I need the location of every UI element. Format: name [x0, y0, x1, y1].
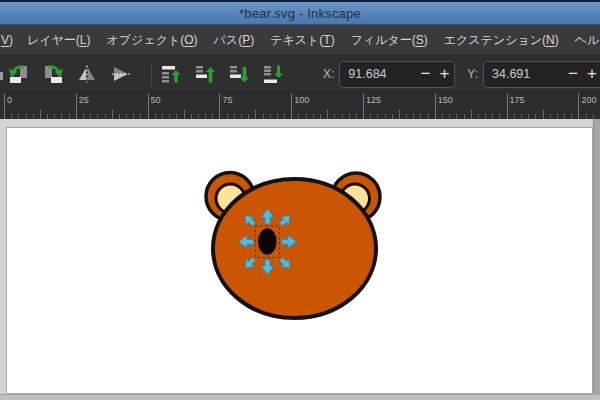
menu-item-6[interactable]: エクステンション(N): [436, 32, 567, 49]
ruler-tick: [148, 93, 149, 119]
bear-eye[interactable]: [258, 228, 277, 254]
flip-vertical-icon: [110, 63, 132, 85]
rotate-cw-icon: [42, 63, 64, 85]
ruler-tick: [255, 110, 256, 119]
ruler-tick: [4, 93, 5, 119]
lower-to-bottom-icon: [261, 63, 283, 85]
partial-icon: [0, 72, 3, 80]
ruler-number: 125: [366, 95, 381, 105]
raise-to-top-button[interactable]: [159, 63, 181, 85]
raise-button[interactable]: [193, 63, 215, 85]
rotate-ccw-button[interactable]: [8, 63, 30, 85]
ruler-tick: [543, 110, 544, 119]
ruler-number: 200: [581, 95, 596, 105]
menu-item-5[interactable]: フィルター(S): [343, 32, 436, 49]
menu-item-2[interactable]: オブジェクト(O): [99, 32, 206, 49]
y-coordinate-field[interactable]: 34.691 − +: [483, 61, 600, 88]
menu-item-clipped[interactable]: V): [0, 33, 19, 47]
raise-icon: [193, 63, 215, 85]
title-bar[interactable]: *bear.svg - Inkscape: [0, 2, 600, 25]
ruler-tick: [471, 110, 472, 119]
window-title: *bear.svg - Inkscape: [239, 6, 361, 21]
ruler-number: 0: [7, 95, 12, 105]
bear-drawing: [0, 119, 600, 400]
ruler-number: 100: [294, 95, 309, 105]
lower-icon: [227, 63, 249, 85]
ruler-tick: [112, 110, 113, 119]
ruler-tick: [291, 93, 292, 119]
flip-horizontal-button[interactable]: [76, 63, 98, 85]
ruler-number: 75: [222, 95, 232, 105]
ruler-tick: [76, 93, 77, 119]
rotate-ccw-icon: [8, 63, 30, 85]
y-coordinate-label: Y:: [467, 67, 478, 81]
flip-horizontal-icon: [76, 63, 98, 85]
x-decrement-button[interactable]: −: [420, 62, 430, 86]
x-coordinate-value: 91.684: [348, 62, 386, 87]
x-coordinate-field[interactable]: 91.684 − +: [339, 61, 455, 88]
ruler-number: 25: [79, 95, 89, 105]
x-coordinate-label: X:: [323, 67, 334, 81]
ruler-tick: [184, 110, 185, 119]
x-increment-button[interactable]: +: [439, 62, 449, 86]
menu-item-1[interactable]: レイヤー(L): [19, 32, 99, 49]
rotate-cw-button[interactable]: [42, 63, 64, 85]
menu-bar: V) レイヤー(L)オブジェクト(O)パス(P)テキスト(T)フィルター(S)エ…: [0, 25, 600, 55]
ruler-tick: [435, 93, 436, 119]
menu-item-3[interactable]: パス(P): [206, 32, 263, 49]
ruler-tick: [578, 93, 579, 119]
bear-head[interactable]: [213, 179, 376, 318]
raise-to-top-icon: [159, 63, 181, 85]
ruler-tick: [363, 93, 364, 119]
ruler-tick: [507, 93, 508, 119]
ruler-number: 175: [510, 95, 525, 105]
ruler-tick: [219, 93, 220, 119]
ruler-number: 50: [151, 95, 161, 105]
lower-button[interactable]: [227, 63, 249, 85]
flip-vertical-button[interactable]: [110, 63, 132, 85]
selection-toolbar: X: 91.684 − + Y: 34.691 − +: [0, 55, 600, 92]
ruler-tick: [399, 110, 400, 119]
menubar-items: レイヤー(L)オブジェクト(O)パス(P)テキスト(T)フィルター(S)エクステ…: [19, 32, 600, 49]
toolbar-separator: [151, 62, 152, 86]
lower-to-bottom-button[interactable]: [261, 63, 283, 85]
y-increment-button[interactable]: +: [587, 62, 597, 86]
ruler-tick: [40, 110, 41, 119]
horizontal-ruler[interactable]: 0255075100125150175200: [0, 92, 600, 119]
vertical-scrollbar[interactable]: [593, 119, 600, 400]
ruler-tick: [327, 110, 328, 119]
y-decrement-button[interactable]: −: [568, 62, 578, 86]
menu-item-7[interactable]: ヘルプ(H): [567, 32, 600, 49]
horizontal-scrollbar[interactable]: [0, 394, 600, 400]
ruler-number: 150: [438, 95, 453, 105]
menu-item-4[interactable]: テキスト(T): [262, 32, 342, 49]
canvas-area[interactable]: [0, 119, 600, 400]
y-coordinate-value: 34.691: [492, 62, 530, 87]
